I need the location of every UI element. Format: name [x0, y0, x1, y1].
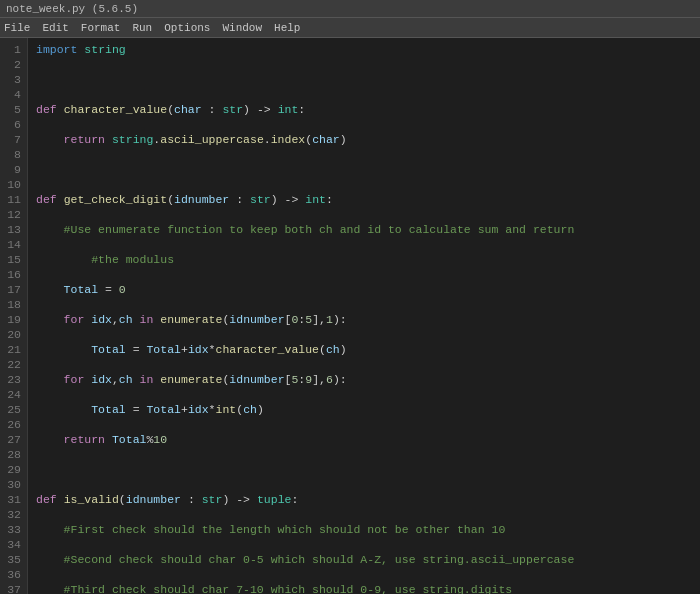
- menu-file[interactable]: File: [4, 22, 30, 34]
- editor-area: 1 2 3 4 5 6 7 8 9 10 11 12 13 14 15 16 1…: [0, 38, 700, 594]
- menu-options[interactable]: Options: [164, 22, 210, 34]
- menu-run[interactable]: Run: [132, 22, 152, 34]
- menu-window[interactable]: Window: [222, 22, 262, 34]
- code-editor[interactable]: import string def character_value(char :…: [28, 38, 700, 594]
- menu-format[interactable]: Format: [81, 22, 121, 34]
- title-bar: note_week.py (5.6.5): [0, 0, 700, 18]
- line-numbers: 1 2 3 4 5 6 7 8 9 10 11 12 13 14 15 16 1…: [0, 38, 28, 594]
- menu-help[interactable]: Help: [274, 22, 300, 34]
- menu-edit[interactable]: Edit: [42, 22, 68, 34]
- title-text: note_week.py (5.6.5): [6, 3, 138, 15]
- menu-bar: File Edit Format Run Options Window Help: [0, 18, 700, 38]
